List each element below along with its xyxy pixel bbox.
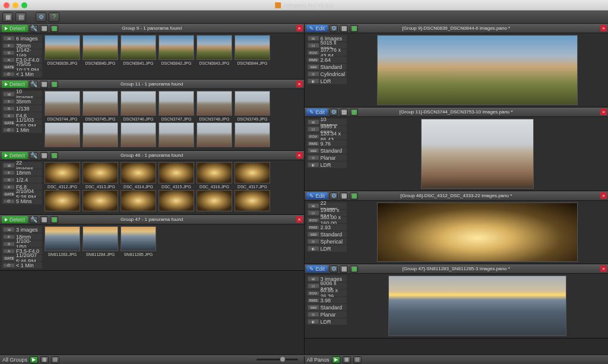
thumbnail[interactable]: SN811285.JPG bbox=[121, 226, 156, 257]
panel-btn-1[interactable]: ▦ bbox=[40, 25, 48, 32]
thumbnail[interactable]: DSC_4312.JPG bbox=[45, 162, 80, 189]
pano-preview[interactable] bbox=[377, 35, 578, 105]
footer-btn-3[interactable]: ▦ bbox=[343, 356, 351, 363]
meta-block: ⊞10 images⊡9865 x 6929FOV120.34 x 86.43R… bbox=[306, 119, 347, 189]
close-window[interactable] bbox=[4, 2, 10, 8]
thumb-image bbox=[83, 91, 118, 116]
wrench-icon[interactable]: 🔧 bbox=[30, 152, 38, 159]
pano-btn-1[interactable]: ▦ bbox=[340, 109, 348, 116]
zoom-slider-handle[interactable] bbox=[280, 357, 285, 362]
minimize-window[interactable] bbox=[12, 2, 18, 8]
panel-btn-2[interactable]: ▦ bbox=[50, 152, 58, 159]
thumbnail[interactable] bbox=[121, 190, 156, 213]
panel-btn-1[interactable]: ▦ bbox=[40, 216, 48, 223]
pano-preview[interactable] bbox=[388, 276, 566, 336]
thumbnail[interactable] bbox=[83, 122, 118, 148]
pano-btn-1[interactable]: ▦ bbox=[340, 25, 348, 32]
thumbnail[interactable]: SN811283.JPG bbox=[45, 226, 80, 257]
wrench-icon[interactable]: 🔧 bbox=[30, 216, 38, 223]
thumbnail[interactable] bbox=[45, 190, 80, 213]
panel-btn-2[interactable]: ▦ bbox=[50, 81, 58, 88]
thumbnail[interactable]: DSC_4315.JPG bbox=[159, 162, 194, 189]
close-panel-button[interactable]: × bbox=[296, 81, 303, 87]
thumbnail[interactable]: DSCN3748.JPG bbox=[197, 91, 232, 121]
meta-value: 3.98 bbox=[321, 297, 331, 303]
meta-row: ⏱5 Mins bbox=[2, 198, 42, 204]
meta-row: DATE11/20/07 5:46 PM bbox=[2, 255, 42, 261]
pano-settings-button[interactable]: ⚙ bbox=[330, 265, 338, 273]
edit-button[interactable]: ✎Edit bbox=[306, 109, 328, 116]
close-panel-button[interactable]: × bbox=[296, 25, 303, 31]
thumbnail[interactable]: DSC_4314.JPG bbox=[121, 162, 156, 189]
settings-button[interactable]: ⚙ bbox=[36, 12, 46, 22]
thumbnail[interactable]: DSCN0843.JPG bbox=[197, 35, 232, 65]
pano-settings-button[interactable]: ⚙ bbox=[330, 192, 338, 200]
detect-button[interactable]: Detect bbox=[2, 25, 28, 32]
panel-btn-2[interactable]: ▦ bbox=[50, 25, 58, 32]
wrench-icon[interactable]: 🔧 bbox=[30, 81, 38, 88]
pano-preview[interactable] bbox=[421, 119, 534, 189]
pano-btn-2[interactable]: ▦ bbox=[350, 192, 358, 200]
close-panel-button[interactable]: × bbox=[600, 109, 607, 115]
pano-btn-2[interactable]: ▦ bbox=[350, 25, 358, 32]
thumbnail[interactable]: DSCN3745.JPG bbox=[83, 91, 118, 121]
edit-button[interactable]: ✎Edit bbox=[306, 25, 328, 32]
thumbnail[interactable]: DSCN0839.JPG bbox=[45, 35, 80, 65]
thumbnail[interactable]: DSCN3744.JPG bbox=[45, 91, 80, 121]
wrench-icon[interactable]: 🔧 bbox=[30, 25, 38, 32]
edit-button[interactable]: ✎Edit bbox=[306, 265, 328, 273]
footer-btn-1[interactable]: ▦ bbox=[40, 356, 49, 363]
close-panel-button[interactable]: × bbox=[600, 25, 607, 31]
thumbnail[interactable]: DSCN0844.JPG bbox=[235, 35, 270, 65]
zoom-slider[interactable] bbox=[256, 359, 298, 360]
thumbnail[interactable] bbox=[197, 122, 232, 148]
zoom-window[interactable] bbox=[21, 2, 27, 8]
close-panel-button[interactable]: × bbox=[296, 152, 303, 159]
thumbnail[interactable]: DSCN3746.JPG bbox=[121, 91, 156, 121]
detect-button[interactable]: Detect bbox=[2, 81, 28, 88]
pano-btn-2[interactable]: ▦ bbox=[350, 265, 358, 273]
thumbnail[interactable]: DSCN3747.JPG bbox=[159, 91, 194, 121]
thumbnail[interactable] bbox=[83, 190, 118, 213]
pano-btn-1[interactable]: ▦ bbox=[340, 265, 348, 273]
detect-button[interactable]: Detect bbox=[2, 216, 28, 223]
pano-btn-1[interactable]: ▦ bbox=[340, 192, 348, 200]
thumbnail[interactable]: DSCN0841.JPG bbox=[121, 35, 156, 65]
close-panel-button[interactable]: × bbox=[600, 265, 607, 272]
thumbnail[interactable] bbox=[159, 122, 194, 148]
pano-settings-button[interactable]: ⚙ bbox=[330, 25, 338, 32]
thumbnail[interactable]: DSCN0842.JPG bbox=[159, 35, 194, 65]
help-button[interactable]: ? bbox=[49, 12, 59, 22]
thumbnail[interactable] bbox=[197, 190, 232, 213]
pano-settings-button[interactable]: ⚙ bbox=[330, 109, 338, 116]
thumbnail[interactable]: DSCN3749.JPG bbox=[235, 91, 270, 121]
close-panel-button[interactable]: × bbox=[600, 192, 607, 199]
render-all-button[interactable]: ▶ bbox=[332, 356, 340, 363]
pano-btn-2[interactable]: ▦ bbox=[350, 109, 358, 116]
thumbnail[interactable]: SN811284.JPG bbox=[83, 226, 118, 257]
thumbnail[interactable]: DSC_4313.JPG bbox=[83, 162, 118, 189]
panel-btn-1[interactable]: ▦ bbox=[40, 152, 48, 159]
footer-btn-2[interactable]: ▤ bbox=[51, 356, 59, 363]
close-panel-button[interactable]: × bbox=[296, 216, 303, 223]
meta-row: S1/2.4 bbox=[2, 176, 42, 183]
detect-button[interactable]: Detect bbox=[2, 152, 28, 159]
detect-all-button[interactable]: ▶ bbox=[30, 356, 38, 363]
panel-btn-1[interactable]: ▦ bbox=[40, 81, 48, 88]
open-button[interactable]: ▤ bbox=[15, 12, 26, 22]
thumbnail[interactable] bbox=[159, 190, 194, 213]
pano-preview[interactable] bbox=[377, 202, 578, 262]
edit-button[interactable]: ✎Edit bbox=[306, 192, 328, 200]
thumbnail[interactable]: DSCN0840.JPG bbox=[83, 35, 118, 65]
panel-btn-2[interactable]: ▦ bbox=[50, 216, 58, 223]
thumbnail[interactable]: DSC_4317.JPG bbox=[235, 162, 270, 189]
meta-label: A bbox=[4, 114, 14, 118]
meta-row: ⏱< 1 Min bbox=[2, 71, 42, 77]
new-project-button[interactable]: ▦ bbox=[2, 12, 13, 22]
footer-btn-4[interactable]: ▤ bbox=[353, 356, 362, 363]
thumbnail[interactable] bbox=[45, 122, 80, 148]
thumbnail[interactable] bbox=[121, 122, 156, 148]
thumbnail[interactable] bbox=[235, 190, 270, 213]
thumbnail[interactable]: DSC_4316.JPG bbox=[197, 162, 232, 189]
thumbnail[interactable] bbox=[235, 122, 270, 148]
